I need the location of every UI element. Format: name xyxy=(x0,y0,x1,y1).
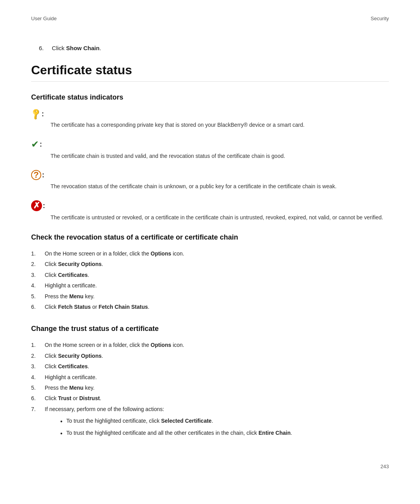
indicator-question: ? : The revocation status of the certifi… xyxy=(31,170,389,191)
trust-list: 1. On the Home screen or in a folder, cl… xyxy=(31,341,389,440)
revocation-title: Check the revocation status of a certifi… xyxy=(31,233,389,242)
bullet-item: To trust the highlighted certificate, cl… xyxy=(60,416,389,427)
list-item: 5. Press the Menu key. xyxy=(31,383,389,392)
list-item: 3. Click Certificates. xyxy=(31,271,389,279)
page-footer: 243 xyxy=(380,464,389,469)
section-title: Certificate status xyxy=(31,63,389,82)
indicator-check: ✔ : The certificate chain is trusted and… xyxy=(31,139,389,160)
step-bold: Show Chain xyxy=(66,45,100,51)
bold-menu: Menu xyxy=(69,293,84,299)
bold-distrust: Distrust xyxy=(79,395,100,401)
step-number: 6. xyxy=(39,45,44,51)
key-icon: 🔑 xyxy=(29,107,43,121)
trust-title: Change the trust status of a certificate xyxy=(31,325,389,333)
list-item: 4. Highlight a certificate. xyxy=(31,281,389,290)
bold-security-options: Security Options xyxy=(58,261,102,267)
indicator-x: ✗ : The certificate is untrusted or revo… xyxy=(31,200,389,222)
bold-certificates: Certificates xyxy=(58,272,88,278)
list-item: 7. If necessary, perform one of the foll… xyxy=(31,405,389,441)
list-item: 5. Press the Menu key. xyxy=(31,292,389,301)
indicator-x-row: ✗ : xyxy=(31,200,389,211)
header-left: User Guide xyxy=(31,16,57,21)
bold-options-trust: Options xyxy=(150,342,171,348)
list-item: 6. Click Fetch Status or Fetch Chain Sta… xyxy=(31,303,389,311)
bold-certificates-trust: Certificates xyxy=(58,363,88,369)
bold-selected-certificate: Selected Certificate xyxy=(161,418,212,424)
bold-trust: Trust xyxy=(58,395,71,401)
bold-fetch-status: Fetch Status xyxy=(58,304,91,310)
trust-bullet-list: To trust the highlighted certificate, cl… xyxy=(60,416,389,438)
indicator-question-row: ? : xyxy=(31,170,389,180)
list-item: 1. On the Home screen or in a folder, cl… xyxy=(31,249,389,258)
list-item: 1. On the Home screen or in a folder, cl… xyxy=(31,341,389,349)
list-item: 3. Click Certificates. xyxy=(31,362,389,371)
list-item: 2. Click Security Options. xyxy=(31,260,389,268)
header-right: Security xyxy=(371,16,389,21)
bold-options: Options xyxy=(150,250,171,257)
list-item: 2. Click Security Options. xyxy=(31,352,389,360)
bold-security-options-trust: Security Options xyxy=(58,353,102,359)
step-text: Click Show Chain. xyxy=(52,45,101,51)
indicator-question-text: The revocation status of the certificate… xyxy=(51,182,389,191)
bold-menu-trust: Menu xyxy=(69,385,84,391)
trust-section: Change the trust status of a certificate… xyxy=(31,325,389,440)
check-icon: ✔ xyxy=(31,139,39,150)
bullet-item: To trust the highlighted certificate and… xyxy=(60,429,389,439)
revocation-list: 1. On the Home screen or in a folder, cl… xyxy=(31,249,389,311)
x-icon: ✗ xyxy=(31,200,42,211)
indicators-section: Certificate status indicators 🔑 : The ce… xyxy=(31,93,389,222)
list-item: 4. Highlight a certificate. xyxy=(31,373,389,382)
step-intro: 6. Click Show Chain. xyxy=(39,45,389,51)
question-icon: ? xyxy=(31,170,41,180)
indicator-key-row: 🔑 : xyxy=(31,109,389,119)
bold-entire-chain: Entire Chain xyxy=(259,430,290,436)
page-number: 243 xyxy=(380,464,389,469)
indicator-check-text: The certificate chain is trusted and val… xyxy=(51,152,389,160)
indicator-x-text: The certificate is untrusted or revoked,… xyxy=(51,214,389,222)
page-container: User Guide Security 6. Click Show Chain.… xyxy=(0,0,420,485)
indicators-subsection-title: Certificate status indicators xyxy=(31,93,389,102)
indicator-check-row: ✔ : xyxy=(31,139,389,150)
indicator-key-text: The certificate has a corresponding priv… xyxy=(51,121,389,129)
indicator-key: 🔑 : The certificate has a corresponding … xyxy=(31,109,389,129)
bold-fetch-chain-status: Fetch Chain Status xyxy=(98,304,148,310)
revocation-section: Check the revocation status of a certifi… xyxy=(31,233,389,311)
page-header: User Guide Security xyxy=(31,16,389,21)
list-item: 6. Click Trust or Distrust. xyxy=(31,394,389,402)
